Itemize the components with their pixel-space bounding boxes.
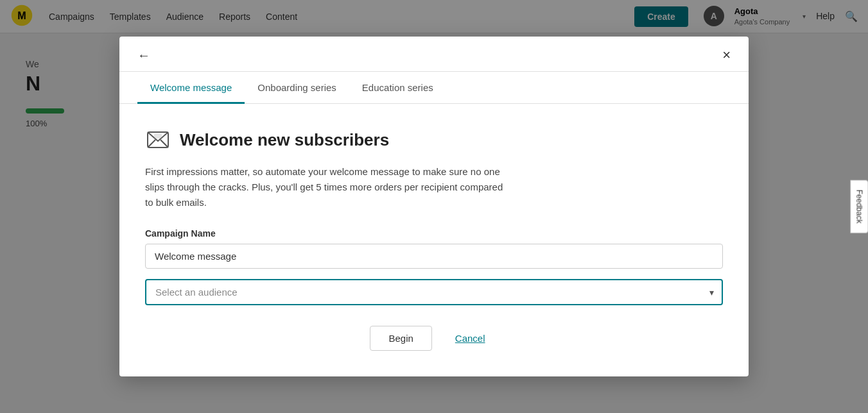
modal-section-header: Welcome new subscribers: [145, 127, 723, 153]
campaign-name-label: Campaign Name: [145, 228, 723, 239]
svg-rect-5: [154, 133, 162, 139]
modal-footer: Begin Cancel: [145, 323, 723, 351]
tab-education-series[interactable]: Education series: [349, 72, 446, 104]
audience-select-wrapper: Select an audience ▾: [145, 279, 723, 305]
svg-line-3: [148, 140, 155, 148]
back-button[interactable]: ←: [137, 49, 150, 62]
modal: ← × Welcome message Onboarding series Ed…: [119, 37, 749, 376]
modal-body: Welcome new subscribers First impression…: [119, 104, 749, 376]
begin-button[interactable]: Begin: [370, 326, 431, 351]
modal-description: First impressions matter, so automate yo…: [145, 164, 505, 210]
welcome-icon: [145, 127, 171, 153]
tab-welcome-message[interactable]: Welcome message: [137, 72, 245, 104]
svg-line-4: [161, 140, 168, 148]
audience-select[interactable]: Select an audience: [145, 279, 723, 305]
cancel-button[interactable]: Cancel: [442, 326, 498, 351]
modal-title: Welcome new subscribers: [180, 130, 389, 150]
feedback-tab[interactable]: Feedback: [851, 180, 868, 233]
modal-tabs: Welcome message Onboarding series Educat…: [119, 72, 749, 104]
modal-header: ← ×: [119, 37, 749, 72]
close-button[interactable]: ×: [722, 48, 731, 62]
tab-onboarding-series[interactable]: Onboarding series: [245, 72, 349, 104]
campaign-name-input[interactable]: [145, 244, 723, 269]
